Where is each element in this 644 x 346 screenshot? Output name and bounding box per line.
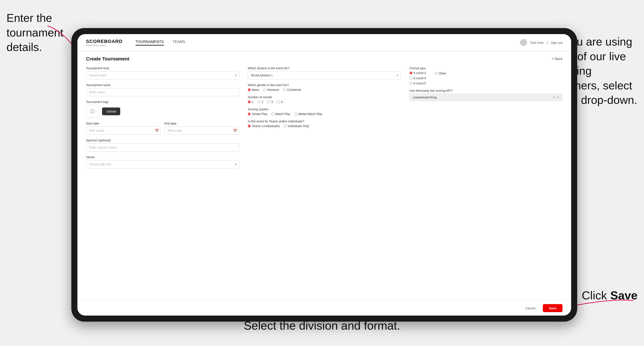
tournament-name-label: Tournament name <box>86 83 239 87</box>
start-date-label: Start date <box>86 122 161 125</box>
format-6count5[interactable]: 6 count 5 <box>410 82 426 85</box>
venue-label: Venue <box>86 156 239 159</box>
event-teams[interactable]: Teams (+Individuals) <box>248 124 280 128</box>
form-column-1: Tournament Host Tournament name Tourname… <box>86 66 239 301</box>
navbar-right: Test User | Sign out <box>520 39 562 46</box>
gender-mens-label: Mens <box>252 88 259 92</box>
format-other-radio[interactable] <box>435 72 438 75</box>
api-controls: ✕ ⇅ <box>552 96 559 99</box>
start-date-input[interactable] <box>86 127 161 135</box>
user-name: Test User <box>530 41 544 44</box>
scoring-stroke-radio[interactable] <box>248 112 251 116</box>
rounds-radio-group: 1 2 3 4 <box>248 100 401 104</box>
tournament-name-input[interactable] <box>86 88 239 96</box>
nav-links: TOURNAMENTS TEAMS <box>136 40 185 45</box>
date-row: Start date 📅 End date 📅 <box>86 122 239 135</box>
tablet-screen: SCOREBOARD Powered by Clippit TOURNAMENT… <box>78 34 571 316</box>
end-date-wrapper: 📅 <box>164 127 239 135</box>
round-3-radio[interactable] <box>267 100 270 103</box>
save-button[interactable]: Save <box>543 304 562 312</box>
format-5count4-radio[interactable] <box>410 71 412 74</box>
format-type-group: Format type 5 count 4 <box>410 66 562 85</box>
event-individuals-label: Individuals Only <box>288 124 309 128</box>
form-column-3: Format type 5 count 4 <box>410 66 562 301</box>
event-type-label: Is this event for Teams and/or Individua… <box>248 120 401 123</box>
annotation-bottomright: Click Save <box>582 288 638 303</box>
calendar-icon: 📅 <box>155 129 159 132</box>
format-other[interactable]: Other <box>435 72 446 75</box>
gender-mens[interactable]: Mens <box>248 88 259 92</box>
api-group: Use third-party live scoring API? Leader… <box>410 89 562 101</box>
logo-upload-row: 🖼 Upload <box>86 105 239 118</box>
sponsor-input[interactable] <box>86 143 239 152</box>
scoring-stroke-label: Stroke Play <box>252 112 268 116</box>
scoring-match[interactable]: Match Play <box>271 112 290 116</box>
format-other-label: Other <box>439 72 446 75</box>
format-6count5-label: 6 count 5 <box>414 82 426 85</box>
gender-combined-radio[interactable] <box>283 88 286 91</box>
scoring-medal[interactable]: Medal Match Play <box>294 112 322 116</box>
gender-womens[interactable]: Womens <box>263 88 279 92</box>
round-1-radio[interactable] <box>248 100 251 103</box>
sponsor-label: Sponsor (optional) <box>86 139 239 142</box>
round-3-label: 3 <box>271 100 273 104</box>
round-4-radio[interactable] <box>277 100 280 103</box>
gender-radio-group: Mens Womens Combined <box>248 88 401 92</box>
sponsor-group: Sponsor (optional) <box>86 139 239 152</box>
event-individuals[interactable]: Individuals Only <box>284 124 309 128</box>
division-select[interactable]: NCAA Division I <box>248 71 401 79</box>
venue-group: Venue <box>86 156 239 168</box>
format-5count4[interactable]: 5 count 4 <box>410 71 426 75</box>
tournament-host-label: Tournament Host <box>86 66 239 70</box>
api-arrows-icon[interactable]: ⇅ <box>557 96 559 99</box>
gender-womens-radio[interactable] <box>263 88 266 91</box>
back-link[interactable]: < Back <box>552 57 562 61</box>
tournament-logo-label: Tournament logo <box>86 100 239 104</box>
nav-teams[interactable]: TEAMS <box>172 40 185 45</box>
brand-sub: Powered by Clippit <box>86 44 122 47</box>
event-teams-label: Teams (+Individuals) <box>252 124 280 128</box>
scoring-radio-group: Stroke Play Match Play Medal Match Play <box>248 112 401 116</box>
tournament-host-group: Tournament Host <box>86 66 239 79</box>
gender-mens-radio[interactable] <box>248 88 251 91</box>
end-date-input[interactable] <box>164 127 239 135</box>
end-date-label: End date <box>164 122 239 125</box>
nav-tournaments[interactable]: TOURNAMENTS <box>136 40 164 45</box>
round-1[interactable]: 1 <box>248 100 254 104</box>
format-6count4-label: 6 count 4 <box>414 76 426 80</box>
upload-button[interactable]: Upload <box>102 108 120 115</box>
format-6count5-radio[interactable] <box>410 82 412 85</box>
round-3[interactable]: 3 <box>267 100 273 104</box>
brand-title: SCOREBOARD <box>86 39 122 44</box>
calendar-icon-2: 📅 <box>233 129 237 132</box>
round-4[interactable]: 4 <box>277 100 282 104</box>
brand: SCOREBOARD Powered by Clippit <box>86 39 122 47</box>
event-individuals-radio[interactable] <box>284 125 287 128</box>
sign-out-link[interactable]: Sign out <box>550 41 562 44</box>
format-6count4[interactable]: 6 count 4 <box>410 76 426 80</box>
cancel-button[interactable]: Cancel <box>521 304 540 312</box>
start-date-group: Start date 📅 <box>86 122 161 135</box>
event-teams-radio[interactable] <box>248 125 251 128</box>
scoring-stroke[interactable]: Stroke Play <box>248 112 268 116</box>
gender-group: Which gender is the event for? Mens Wome… <box>248 83 401 92</box>
tournament-host-input[interactable] <box>86 71 239 79</box>
scoring-match-radio[interactable] <box>271 112 274 116</box>
venue-input[interactable] <box>86 160 239 168</box>
venue-select-wrapper <box>86 160 239 168</box>
format-other-group: Other <box>435 71 446 85</box>
scoring-medal-radio[interactable] <box>294 112 297 116</box>
format-type-list: 5 count 4 6 count 4 6 count 5 <box>410 71 562 85</box>
gender-combined[interactable]: Combined <box>283 88 301 92</box>
gender-combined-label: Combined <box>287 88 301 92</box>
round-2[interactable]: 2 <box>258 100 263 104</box>
api-tag[interactable]: Leaderboard King ✕ ⇅ <box>410 94 562 101</box>
format-top-row: 5 count 4 6 count 4 6 count 5 <box>410 71 562 85</box>
start-date-wrapper: 📅 <box>86 127 161 135</box>
end-date-group: End date 📅 <box>164 122 239 135</box>
round-2-radio[interactable] <box>258 100 260 103</box>
scoring-label: Scoring system <box>248 108 401 111</box>
api-close-icon[interactable]: ✕ <box>553 96 556 99</box>
form-footer: Cancel Save <box>78 301 571 316</box>
format-6count4-radio[interactable] <box>410 77 412 80</box>
